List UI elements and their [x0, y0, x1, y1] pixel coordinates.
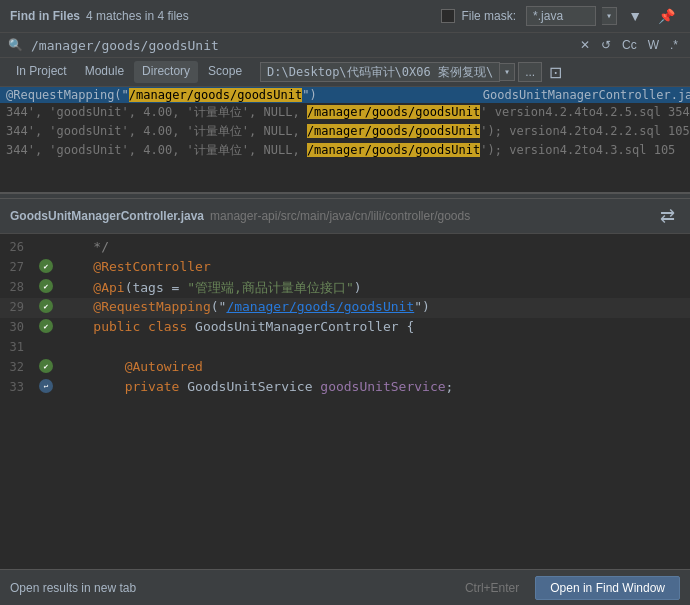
gutter-icon-green: ✔ — [39, 359, 53, 373]
code-line: 32 ✔ @Autowired — [0, 358, 690, 378]
directory-refresh-icon[interactable]: ⊡ — [545, 63, 566, 82]
code-scroll-icon[interactable]: ⇄ — [655, 203, 680, 229]
code-line-highlighted: 29 ✔ @RequestMapping("/manager/goods/goo… — [0, 298, 690, 318]
tab-scope[interactable]: Scope — [200, 61, 250, 83]
result-row[interactable]: 344', 'goodsUnit', 4.00, '计量单位', NULL, /… — [0, 122, 690, 141]
code-body: 26 */ 27 ✔ @RestController 28 ✔ @Api(tag… — [0, 234, 690, 459]
line-number: 26 — [0, 239, 36, 254]
code-line: 31 — [0, 338, 690, 358]
code-line: 27 ✔ @RestController — [0, 258, 690, 278]
code-content — [56, 339, 690, 354]
code-line: 26 */ — [0, 238, 690, 258]
search-input[interactable] — [31, 38, 572, 53]
panel-title: Find in Files — [10, 9, 80, 23]
code-header: GoodsUnitManagerController.java manager-… — [0, 199, 690, 234]
code-content: */ — [56, 239, 690, 254]
line-gutter: ✔ — [36, 279, 56, 293]
code-content: @RequestMapping("/manager/goods/goodsUni… — [56, 299, 690, 314]
line-number: 28 — [0, 279, 36, 294]
line-number: 31 — [0, 339, 36, 354]
search-icon: 🔍 — [8, 38, 23, 53]
result-text: @RequestMapping("/manager/goods/goodsUni… — [6, 88, 690, 102]
line-gutter: ✔ — [36, 359, 56, 373]
search-tools: ✕ ↺ Cc W .* — [576, 37, 682, 53]
tab-directory[interactable]: Directory — [134, 61, 198, 83]
code-content: public class GoodsUnitManagerController … — [56, 319, 690, 334]
bottom-shortcut: Ctrl+Enter — [465, 581, 519, 595]
line-number: 29 — [0, 299, 36, 314]
line-number: 32 — [0, 359, 36, 374]
clear-search-button[interactable]: ✕ — [576, 37, 594, 53]
result-text: 344', 'goodsUnit', 4.00, '计量单位', NULL, /… — [6, 123, 690, 140]
line-gutter: ↩ — [36, 379, 56, 393]
gutter-icon-green: ✔ — [39, 279, 53, 293]
tab-module[interactable]: Module — [77, 61, 132, 83]
filter-icon[interactable]: ▼ — [623, 6, 647, 26]
file-mask-dropdown[interactable]: ▾ — [602, 7, 617, 25]
code-content: @Api(tags = "管理端,商品计量单位接口") — [56, 279, 690, 297]
results-list: @RequestMapping("/manager/goods/goodsUni… — [0, 87, 690, 192]
find-stats: 4 matches in 4 files — [86, 9, 189, 23]
file-mask-label: File mask: — [461, 9, 516, 23]
line-gutter: ✔ — [36, 299, 56, 313]
code-path: manager-api/src/main/java/cn/lili/contro… — [210, 209, 470, 223]
line-gutter: ✔ — [36, 319, 56, 333]
open-in-find-window-button[interactable]: Open in Find Window — [535, 576, 680, 600]
code-line: 28 ✔ @Api(tags = "管理端,商品计量单位接口") — [0, 278, 690, 298]
directory-input[interactable] — [260, 62, 500, 82]
search-bar: 🔍 ✕ ↺ Cc W .* — [0, 33, 690, 58]
line-gutter: ✔ — [36, 259, 56, 273]
line-number: 30 — [0, 319, 36, 334]
result-text: 344', 'goodsUnit', 4.00, '计量单位', NULL, /… — [6, 104, 690, 121]
code-line: 30 ✔ public class GoodsUnitManagerContro… — [0, 318, 690, 338]
pin-icon[interactable]: 📌 — [653, 6, 680, 26]
refresh-search-button[interactable]: ↺ — [597, 37, 615, 53]
file-mask-checkbox[interactable] — [441, 9, 455, 23]
result-row[interactable]: 344', 'goodsUnit', 4.00, '计量单位', NULL, /… — [0, 141, 690, 160]
code-content: @Autowired — [56, 359, 690, 374]
tab-in-project[interactable]: In Project — [8, 61, 75, 83]
gutter-icon-green: ✔ — [39, 299, 53, 313]
find-header: Find in Files 4 matches in 4 files File … — [0, 0, 690, 33]
bottom-left-text: Open results in new tab — [10, 581, 449, 595]
find-panel: Find in Files 4 matches in 4 files File … — [0, 0, 690, 193]
gutter-icon-blue: ↩ — [39, 379, 53, 393]
file-mask-input[interactable] — [526, 6, 596, 26]
whole-word-button[interactable]: W — [644, 37, 663, 53]
line-number: 33 — [0, 379, 36, 394]
bottom-bar: Open results in new tab Ctrl+Enter Open … — [0, 569, 690, 605]
directory-input-wrap: ▾ ... ⊡ — [260, 62, 682, 82]
code-content: @RestController — [56, 259, 690, 274]
regex-button[interactable]: .* — [666, 37, 682, 53]
code-filename: GoodsUnitManagerController.java — [10, 209, 204, 223]
result-text: 344', 'goodsUnit', 4.00, '计量单位', NULL, /… — [6, 142, 675, 159]
case-sensitive-button[interactable]: Cc — [618, 37, 641, 53]
result-row[interactable]: 344', 'goodsUnit', 4.00, '计量单位', NULL, /… — [0, 103, 690, 122]
line-number: 27 — [0, 259, 36, 274]
directory-dropdown[interactable]: ▾ — [500, 63, 515, 81]
result-row[interactable]: @RequestMapping("/manager/goods/goodsUni… — [0, 87, 690, 103]
gutter-icon-green: ✔ — [39, 259, 53, 273]
gutter-icon-green: ✔ — [39, 319, 53, 333]
code-panel: GoodsUnitManagerController.java manager-… — [0, 199, 690, 459]
code-content: private GoodsUnitService goodsUnitServic… — [56, 379, 690, 394]
browse-button[interactable]: ... — [518, 62, 542, 82]
tabs-bar: In Project Module Directory Scope ▾ ... … — [0, 58, 690, 87]
code-line: 33 ↩ private GoodsUnitService goodsUnitS… — [0, 378, 690, 398]
